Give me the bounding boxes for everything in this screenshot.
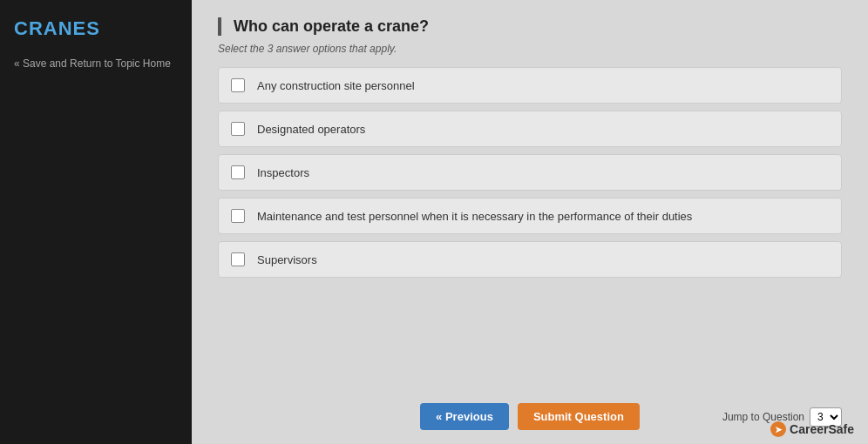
option-item-2[interactable]: Designated operators [218, 111, 842, 147]
question-header: Who can operate a crane? [218, 17, 842, 36]
question-subtitle: Select the 3 answer options that apply. [218, 43, 842, 55]
main-content: Who can operate a crane? Select the 3 an… [192, 0, 868, 444]
option-text-5: Supervisors [257, 253, 317, 266]
option-text-3: Inspectors [257, 166, 309, 179]
option-item-1[interactable]: Any construction site personnel [218, 67, 842, 104]
option-checkbox-5[interactable] [231, 252, 245, 266]
option-text-1: Any construction site personnel [257, 79, 415, 92]
option-checkbox-4[interactable] [231, 209, 245, 223]
option-checkbox-3[interactable] [231, 165, 245, 179]
sidebar: CRANES « Save and Return to Topic Home [0, 0, 192, 444]
careersafe-text: CareerSafe [790, 422, 854, 436]
careersafe-icon: ➤ [770, 421, 786, 437]
option-item-4[interactable]: Maintenance and test personnel when it i… [218, 198, 842, 234]
footer: « Previous Submit Question Jump to Quest… [218, 403, 842, 430]
back-to-topic-link[interactable]: « Save and Return to Topic Home [0, 52, 192, 75]
sidebar-title: CRANES [0, 9, 192, 52]
option-item-5[interactable]: Supervisors [218, 241, 842, 278]
options-list: Any construction site personnel Designat… [218, 67, 842, 391]
careersafe-logo: ➤ CareerSafe [770, 421, 854, 437]
previous-button[interactable]: « Previous [420, 403, 509, 430]
option-text-4: Maintenance and test personnel when it i… [257, 210, 692, 223]
option-checkbox-2[interactable] [231, 122, 245, 136]
submit-button[interactable]: Submit Question [518, 403, 640, 430]
question-title: Who can operate a crane? [234, 17, 842, 36]
option-text-2: Designated operators [257, 123, 365, 136]
option-checkbox-1[interactable] [231, 78, 245, 92]
option-item-3[interactable]: Inspectors [218, 154, 842, 191]
